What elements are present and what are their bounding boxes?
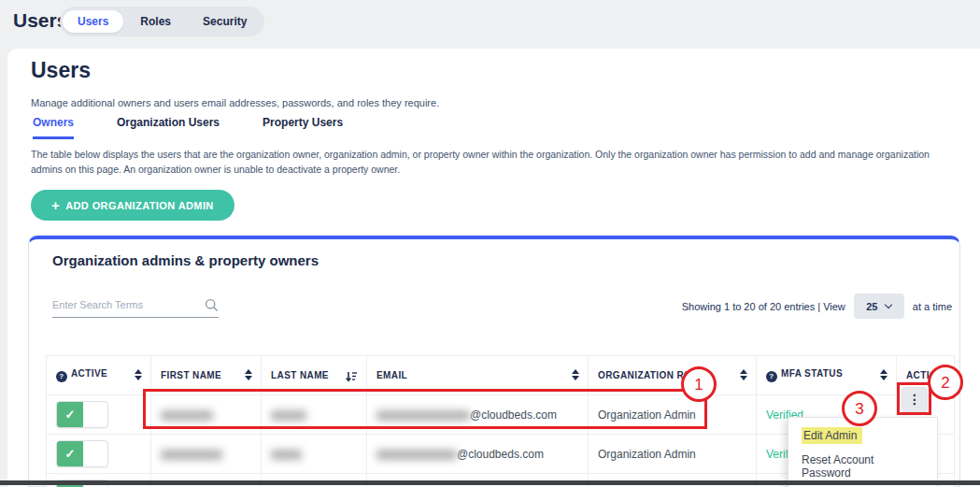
organization-role-value: Organization Admin <box>598 448 696 461</box>
at-a-time-text: at a time <box>913 301 952 312</box>
tab-security[interactable]: Security <box>188 10 262 33</box>
menu-item-edit-admin[interactable]: Edit Admin <box>788 423 937 448</box>
info-text: The table below displays the users that … <box>31 147 960 178</box>
bottom-window-edge <box>0 480 980 485</box>
search-icon <box>205 298 219 316</box>
sort-icon[interactable] <box>572 369 579 380</box>
menu-item-reset-account-password[interactable]: Reset Account Password <box>788 448 937 485</box>
user-type-tabs: Owners Organization Users Property Users <box>33 116 343 139</box>
column-header-mfa-status[interactable]: ?MFA STATUS <box>757 356 897 395</box>
redacted-last-name <box>271 450 302 460</box>
top-header-bar: Users Users Roles Security <box>0 0 980 49</box>
pagination-summary: Showing 1 to 20 of 20 entries | View 25 … <box>682 294 952 319</box>
card-title: Organization admins & property owners <box>52 252 319 268</box>
check-icon: ✓ <box>57 441 83 466</box>
page-size-select[interactable]: 25 <box>854 294 904 319</box>
chevron-down-icon <box>885 301 892 308</box>
top-tab-group: Users Roles Security <box>60 7 264 36</box>
plus-icon: + <box>51 197 60 213</box>
subtab-owners[interactable]: Owners <box>33 116 74 139</box>
email-suffix: @cloudbeds.com <box>457 448 544 461</box>
sort-icon[interactable] <box>135 369 142 380</box>
sort-icon[interactable] <box>245 369 252 380</box>
annotation-step-3: 3 <box>842 391 877 426</box>
subtab-property-users[interactable]: Property Users <box>263 116 343 139</box>
column-header-active[interactable]: ?ACTIVE <box>47 356 151 395</box>
add-organization-admin-button[interactable]: + ADD ORGANIZATION ADMIN <box>31 190 234 221</box>
tab-users[interactable]: Users <box>63 10 123 33</box>
subtab-organization-users[interactable]: Organization Users <box>117 116 220 139</box>
check-icon: ✓ <box>57 402 83 427</box>
highlighted-menu-label: Edit Admin <box>802 427 862 444</box>
annotation-step-1: 1 <box>681 366 717 402</box>
showing-entries-text: Showing 1 to 20 of 20 entries | View <box>682 301 845 312</box>
actions-dropdown-menu: Edit Admin Reset Account Password Reset … <box>788 417 938 487</box>
page-title: Users <box>31 58 91 83</box>
annotation-row-highlight-rect <box>143 389 707 429</box>
active-toggle[interactable]: ✓ <box>56 440 108 467</box>
annotation-actions-highlight-rect <box>897 382 931 415</box>
add-organization-admin-label: ADD ORGANIZATION ADMIN <box>65 200 214 211</box>
help-icon[interactable]: ? <box>56 371 67 382</box>
help-icon[interactable]: ? <box>766 371 777 382</box>
sort-active-icon[interactable] <box>346 370 358 382</box>
sort-icon[interactable] <box>880 369 888 380</box>
tab-roles[interactable]: Roles <box>125 10 186 33</box>
redacted-first-name <box>161 450 222 460</box>
sort-icon[interactable] <box>740 369 747 380</box>
page-size-value: 25 <box>866 301 877 312</box>
page-description: Manage additional owners and users email… <box>31 97 439 108</box>
annotation-step-2: 2 <box>928 365 963 400</box>
redacted-email-prefix <box>376 450 457 460</box>
search-field-wrap <box>52 295 219 318</box>
active-toggle[interactable]: ✓ <box>56 401 108 428</box>
search-input[interactable] <box>52 299 194 310</box>
